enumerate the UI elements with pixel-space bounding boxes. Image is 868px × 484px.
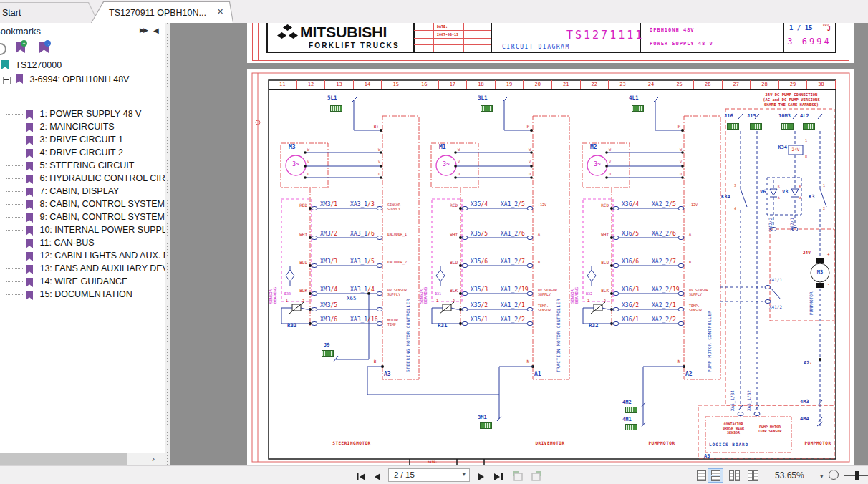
bookmark-parent-label[interactable]: 3-6994: OPBH10NH 48V (29, 74, 129, 84)
page-dropdown-icon[interactable]: ▾ (462, 470, 466, 478)
previous-page-button[interactable] (373, 471, 382, 484)
motor-pin-label: XM3/5 (320, 302, 337, 309)
bookmark-item[interactable]: 13: FANS AND AUXILIARY DEV (0, 262, 165, 275)
motor-group: 5L1 B+ M3 3~ W V U W V U RED XM3/1 XA3_1… (247, 69, 423, 465)
ref-label: J16 (724, 113, 746, 119)
page-number-input[interactable]: 2 / 15 ▾ (388, 468, 470, 482)
cross-ref-badge (750, 123, 762, 130)
previous-view-button[interactable] (511, 470, 524, 484)
expand-all-icon[interactable]: ▶▶ (140, 26, 147, 34)
bookmark-item-label[interactable]: 15: DOCUMENTATION (39, 289, 132, 299)
bookmark-item-label[interactable]: 10: INTERNAL POWER SUPPLIE (39, 225, 165, 235)
bookmark-root[interactable]: TS1270000 (1, 59, 62, 72)
bookmark-item-label[interactable]: 3: DRIVE CIRCUIT 1 (39, 135, 122, 145)
bookmark-item[interactable]: 2: MAINCIRCUITS (0, 120, 165, 133)
bookmark-item-label[interactable]: 2: MAINCIRCUITS (39, 122, 114, 132)
cross-ref-badge (781, 123, 794, 130)
collapse-panel-icon[interactable]: ◀ (153, 26, 159, 34)
page-1[interactable]: MITSUBISHI FORKLIFT TRUCKS DATE: 2007-03… (247, 23, 854, 63)
bookmark-item-label[interactable]: 4: DRIVE CIRCUIT 2 (39, 147, 122, 158)
phase-label: U (524, 172, 531, 176)
tab-document-label[interactable]: TS1270911 OPBH10N... (109, 8, 206, 18)
bookmark-item-label[interactable]: 9: CABIN, CONTROL SYSTEM 2 (39, 212, 165, 222)
polarity-label: + (827, 251, 830, 256)
bookmark-parent[interactable]: 3-6994: OPBH10NH 48V (16, 73, 129, 86)
pumpmotor-vertical-label: PUMPMOTOR (809, 282, 814, 315)
bookmarks-hscrollbar[interactable]: › (0, 453, 165, 465)
collapse-node-icon[interactable] (3, 77, 11, 84)
facing-view-button[interactable] (726, 468, 742, 483)
negative-terminal-label: N (513, 359, 529, 364)
panel-resizer[interactable] (165, 23, 170, 465)
bookmark-item-label[interactable]: 1: POWER SUPPLY 48 V (39, 109, 141, 119)
zoom-level-value[interactable]: 53.65% (775, 470, 804, 480)
bookmark-item-label[interactable]: 6: HYDRAULIC CONTROL CIRCUI (39, 173, 165, 183)
hscrollbar-thumb[interactable] (0, 453, 127, 465)
bookmark-item-label[interactable]: 12: CABIN LIGHTS AND AUX. D (39, 251, 165, 261)
zoom-out-button[interactable]: − (829, 470, 839, 480)
zoom-slider-handle[interactable] (855, 471, 859, 480)
splice-label: X65 (347, 295, 357, 301)
bookmark-item[interactable]: 3: DRIVE CIRCUIT 1 (0, 133, 165, 146)
continuous-view-button[interactable] (708, 468, 723, 483)
tab-close-icon[interactable]: ✕ (217, 7, 223, 16)
bookmark-item-label[interactable]: 8: CABIN, CONTROL SYSTEM (39, 199, 165, 209)
first-page-button[interactable] (356, 471, 366, 484)
bookmark-item[interactable]: 15: DOCUMENTATION (0, 288, 165, 301)
bookmark-item[interactable]: 9: CABIN, CONTROL SYSTEM 2 (0, 210, 165, 223)
dc-pump-note-2: (AC and DC PUMP VERSIONS (741, 97, 842, 102)
bookmark-item[interactable]: 6: HYDRAULIC CONTROL CIRCUI (0, 172, 165, 185)
dc-pump-note-3: SHARE THE SAME HARNESS) (741, 102, 842, 107)
phase-label: W (675, 147, 682, 152)
controller-pin-label: XA1_2/19 (501, 286, 529, 293)
tab-start-label[interactable]: Start (2, 8, 21, 18)
bookmark-item[interactable]: 7: CABIN, DISPLAY (0, 185, 165, 198)
bookmark-item-label[interactable]: 13: FANS AND AUXILIARY DEV (39, 263, 165, 274)
add-bookmark-icon[interactable]: + (16, 42, 25, 56)
motor-group: 4L1 P M2 3~ W V U W V U RED X36/4 XA2_2/… (549, 69, 724, 465)
zoom-dropdown-icon[interactable]: ▾ (820, 473, 824, 480)
next-page-button[interactable] (477, 471, 486, 484)
single-page-view-button[interactable] (693, 468, 709, 483)
rev-value: J (827, 26, 831, 32)
bookmark-item[interactable]: 11: CAN-BUS (0, 236, 165, 249)
controller-pin-label: XA1_2/1 (501, 302, 525, 309)
bookmark-item-label[interactable]: 7: CABIN, DISPLAY (39, 186, 119, 196)
supply-ref-label: 4L1 (629, 95, 650, 101)
bookmark-tool-icon[interactable] (0, 43, 6, 55)
wire-color-label: BLU (436, 260, 458, 265)
bookmark-item[interactable]: 5: STEERING CIRCUIT (0, 159, 165, 172)
bookmark-item[interactable]: 12: CABIN LIGHTS AND AUX. D (0, 249, 165, 262)
resistor-pin-label: 2 (453, 299, 455, 303)
controller-pin-label: XA3_1/3 (350, 201, 375, 208)
hscrollbar-right-arrow[interactable]: › (152, 454, 155, 464)
controller-pin-label: XA2_2/6 (652, 231, 676, 237)
bookmark-item[interactable]: 14: WIRE GUIDANCE (0, 275, 165, 288)
cross-ref-badge (727, 123, 739, 130)
bearing-id-label: B31 (435, 291, 441, 296)
bookmarks-panel: Bookmarks ▶▶ ◀ + → TS1270000 3-6994: OPB… (0, 23, 165, 465)
goto-bookmark-icon[interactable]: → (39, 42, 49, 56)
bookmark-item[interactable]: 4: DRIVE CIRCUIT 2 (0, 146, 165, 159)
next-view-button[interactable] (530, 470, 543, 484)
bookmark-icon (26, 278, 33, 287)
negative-terminal-label: N (665, 359, 680, 364)
bookmark-list: 1: POWER SUPPLY 48 V 2: MAINCIRCUITS 3: … (0, 107, 165, 301)
page-2[interactable]: 1112131415161718192021222324252627282930… (247, 69, 854, 465)
cross-ref-badge (481, 105, 493, 112)
document-area[interactable]: MITSUBISHI FORKLIFT TRUCKS DATE: 2007-03… (170, 23, 868, 465)
connector-label: X42/1 (789, 208, 794, 231)
last-page-button[interactable] (493, 471, 503, 484)
bookmark-icon (26, 136, 33, 145)
bookmark-item[interactable]: 8: CABIN, CONTROL SYSTEM (0, 198, 165, 210)
bookmark-item-label[interactable]: 11: CAN-BUS (39, 238, 94, 248)
continuous-facing-view-button[interactable] (745, 468, 761, 483)
bookmark-root-label[interactable]: TS1270000 (15, 60, 62, 70)
bookmark-item-label[interactable]: 14: WIRE GUIDANCE (39, 276, 127, 286)
cross-ref-badge (625, 424, 637, 430)
bookmark-item-label[interactable]: 5: STEERING CIRCUIT (39, 160, 134, 170)
bookmark-item[interactable]: 1: POWER SUPPLY 48 V (0, 107, 165, 120)
bookmark-item[interactable]: 10: INTERNAL POWER SUPPLIE (0, 223, 165, 236)
contact-pin-label: 2 (823, 206, 825, 210)
motor-pin-label: X35/1 (471, 316, 488, 323)
